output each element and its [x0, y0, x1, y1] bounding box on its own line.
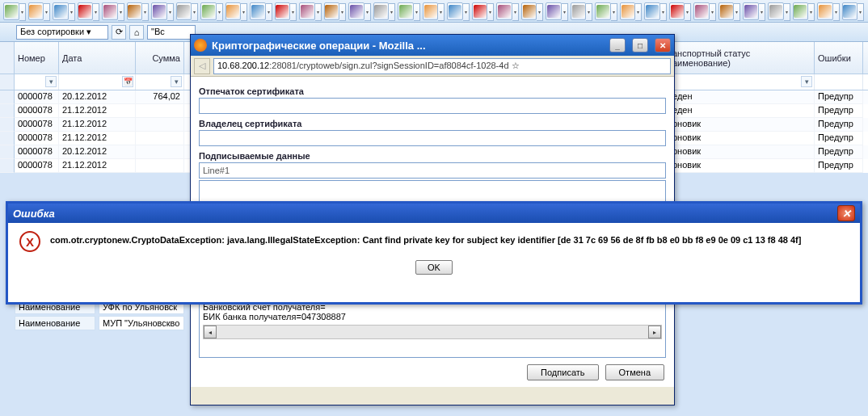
close-button[interactable]: ✕: [837, 205, 855, 221]
minimize-button[interactable]: _: [609, 38, 626, 53]
sign-button[interactable]: ▾: [472, 2, 488, 20]
page-button[interactable]: ▾: [546, 2, 562, 20]
export-button[interactable]: ▾: [398, 2, 414, 20]
dropdown-icon[interactable]: ▾: [44, 3, 50, 21]
col-sum[interactable]: Сумма: [136, 42, 184, 74]
plus-button[interactable]: ▾: [817, 2, 833, 20]
export-button[interactable]: ▾: [842, 2, 858, 20]
url-input[interactable]: 10.68.200.12:28081/cryptoweb/sign.zul?si…: [213, 58, 671, 74]
arrow-button[interactable]: ▾: [743, 2, 759, 20]
window-titlebar[interactable]: Криптографические операции - Mozilla ...…: [191, 35, 674, 56]
maximize-button[interactable]: □: [632, 38, 648, 53]
dropdown-icon[interactable]: ▾: [290, 3, 297, 21]
attach-button[interactable]: ▾: [496, 2, 512, 20]
scope-select[interactable]: "Вс: [147, 25, 196, 40]
sort-select[interactable]: Без сортировки ▾: [16, 25, 108, 40]
dropdown-icon[interactable]: ▾: [784, 3, 790, 21]
error-titlebar[interactable]: Ошибка ✕: [8, 204, 860, 223]
dropdown-icon[interactable]: ▾: [512, 3, 519, 21]
import-button[interactable]: ▾: [200, 2, 217, 20]
dropdown-icon[interactable]: ▾: [69, 3, 75, 21]
shield-red-button[interactable]: ▾: [718, 2, 735, 20]
stamp-x-button[interactable]: ▾: [250, 2, 266, 20]
scroll-left-icon[interactable]: ◂: [204, 326, 217, 338]
preview-button[interactable]: ▾: [423, 2, 439, 20]
dropdown-icon[interactable]: ▾: [586, 3, 592, 21]
dropdown-icon[interactable]: ▾: [537, 3, 543, 21]
col-number[interactable]: Номер: [15, 42, 59, 74]
col-date[interactable]: Дата: [59, 42, 136, 74]
dropdown-icon[interactable]: ▾: [93, 3, 99, 21]
cancel-button[interactable]: ▾: [324, 2, 340, 20]
cert-owner-field[interactable]: [199, 130, 666, 146]
dropdown-icon[interactable]: ▾: [389, 3, 395, 21]
home-icon[interactable]: ⌂: [129, 25, 144, 40]
calendar-icon[interactable]: 📅: [122, 76, 133, 87]
book-button[interactable]: ▾: [768, 2, 784, 20]
dropdown-icon[interactable]: ▾: [142, 3, 149, 21]
world-button[interactable]: ▾: [793, 2, 809, 20]
doc-button[interactable]: ▾: [3, 2, 19, 20]
dropdown-icon[interactable]: ▾: [192, 3, 198, 21]
dropdown-icon[interactable]: ▾: [463, 3, 470, 21]
sign-line-field[interactable]: [199, 162, 666, 179]
refresh-button[interactable]: ▾: [102, 2, 118, 20]
col-errors[interactable]: Ошибки: [815, 42, 863, 74]
dropdown-icon[interactable]: ▾: [611, 3, 617, 21]
doc-plus-button[interactable]: ▾: [78, 2, 94, 20]
stamp-ok-button[interactable]: ▾: [275, 2, 291, 20]
doc-new-button[interactable]: ▾: [28, 2, 44, 20]
dropdown-icon[interactable]: ▾: [808, 3, 815, 21]
filter-icon[interactable]: ▾: [171, 76, 182, 87]
page-button[interactable]: ▾: [521, 2, 537, 20]
dropdown-icon[interactable]: ▾: [167, 3, 174, 21]
cert-fingerprint-field[interactable]: [199, 98, 666, 114]
shield-button[interactable]: ▾: [571, 2, 587, 20]
dropdown-icon[interactable]: ▾: [217, 3, 223, 21]
dropdown-icon[interactable]: ▾: [734, 3, 740, 21]
dropdown-icon[interactable]: ▾: [414, 3, 420, 21]
dropdown-icon[interactable]: ▾: [241, 3, 247, 21]
dropdown-icon[interactable]: ▾: [487, 3, 494, 21]
dropdown-icon[interactable]: ▾: [685, 3, 691, 21]
print-all-button[interactable]: ▾: [373, 2, 390, 20]
doc-new-button[interactable]: ▾: [53, 2, 69, 20]
close-button[interactable]: ✕: [655, 38, 671, 53]
doc-view-button[interactable]: ▾: [447, 2, 463, 20]
dropdown-icon[interactable]: ▾: [635, 3, 642, 21]
dropdown-icon[interactable]: ▾: [364, 3, 371, 21]
unlock-button[interactable]: ▾: [595, 2, 611, 20]
stamp-button[interactable]: ▾: [225, 2, 242, 20]
dropdown-icon[interactable]: ▾: [833, 3, 840, 21]
filter-icon[interactable]: ▾: [801, 76, 812, 87]
sign-button[interactable]: Подписать: [527, 364, 598, 380]
scroll-right-icon[interactable]: ▸: [648, 326, 661, 338]
dropdown-icon[interactable]: ▾: [19, 3, 26, 21]
dropdown-icon[interactable]: ▾: [562, 3, 568, 21]
tools-button[interactable]: ▾: [644, 2, 660, 20]
stamp-user-button[interactable]: ▾: [299, 2, 315, 20]
save-button[interactable]: ▾: [151, 2, 167, 20]
dropdown-icon[interactable]: ▾: [118, 3, 124, 21]
dropdown-icon[interactable]: ▾: [315, 3, 322, 21]
dropdown-icon[interactable]: ▾: [339, 3, 346, 21]
horizontal-scrollbar[interactable]: ◂ ▸: [203, 325, 662, 339]
cancel-button[interactable]: Отмена: [605, 364, 664, 380]
dropdown-icon[interactable]: ▾: [759, 3, 765, 21]
dropdown-icon[interactable]: ▾: [857, 3, 864, 21]
dropdown-icon[interactable]: ▾: [660, 3, 667, 21]
refresh-icon[interactable]: ⟳: [112, 25, 126, 40]
dropdown-icon[interactable]: ▾: [438, 3, 445, 21]
col-transport-status[interactable]: анспортный статус аименование): [669, 42, 815, 74]
print-button[interactable]: ▾: [348, 2, 364, 20]
filter-icon[interactable]: ▾: [45, 76, 57, 87]
world-button[interactable]: ▾: [620, 2, 636, 20]
ok-check-button[interactable]: ▾: [176, 2, 192, 20]
dropdown-icon[interactable]: ▾: [710, 3, 716, 21]
settings-button[interactable]: ▾: [693, 2, 710, 20]
dropdown-icon[interactable]: ▾: [266, 3, 272, 21]
ok-button[interactable]: OK: [415, 260, 453, 275]
nav-back-icon[interactable]: ◁: [194, 58, 210, 74]
search-button[interactable]: ▾: [127, 2, 143, 20]
tools-button[interactable]: ▾: [669, 2, 685, 20]
